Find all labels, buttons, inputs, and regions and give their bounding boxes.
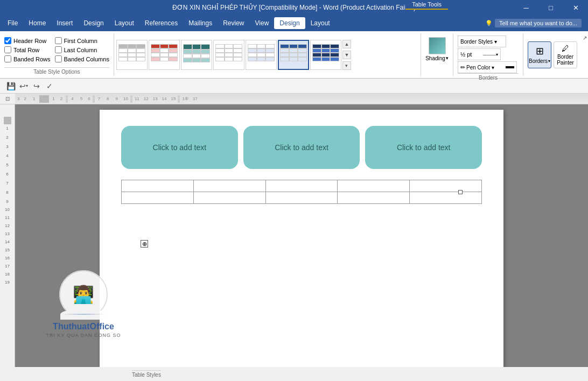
banded-columns-checkbox[interactable] — [55, 55, 62, 62]
table-cell[interactable] — [122, 180, 194, 192]
menu-review[interactable]: Review — [218, 17, 249, 29]
table-tools-label: Table Tools — [405, 0, 448, 10]
page: Click to add text Click to add text Clic… — [100, 110, 503, 367]
redo-btn[interactable]: ↪ — [30, 80, 43, 93]
pen-weight-value: ½ pt — [460, 51, 483, 58]
rounded-box-2[interactable]: Click to add text — [243, 126, 360, 169]
box-2-text: Click to add text — [275, 143, 328, 152]
style-options-columns: Header Row Total Row Banded Rows First C… — [4, 37, 109, 63]
table-style-options-group: Header Row Total Row Banded Rows First C… — [0, 33, 114, 76]
table-cell[interactable] — [338, 192, 410, 204]
pen-icon: ✏ — [460, 64, 465, 71]
table-style-5[interactable] — [246, 40, 277, 70]
first-column-checkbox[interactable] — [55, 37, 62, 44]
border-style-row: Border Styles ▾ — [458, 36, 519, 47]
table-style-6[interactable] — [278, 40, 309, 70]
menu-bar: File Home Insert Design Layout Reference… — [0, 15, 588, 31]
box-3-text: Click to add text — [397, 143, 451, 152]
gallery-more[interactable]: ▾ — [342, 61, 351, 70]
table-cell[interactable] — [410, 192, 482, 204]
table-row — [122, 192, 482, 204]
doc-table[interactable] — [121, 180, 482, 204]
menu-table-design[interactable]: Design — [274, 17, 305, 29]
brand-name-text: ThuthuatOffice — [53, 322, 114, 331]
document-area: Click to add text Click to add text Clic… — [15, 104, 588, 367]
table-cell[interactable] — [193, 180, 265, 192]
table-cell[interactable] — [338, 180, 410, 192]
pen-color-label: Pen Color ▾ — [466, 65, 505, 70]
table-resize-handle[interactable] — [458, 190, 463, 194]
header-row-option[interactable]: Header Row — [4, 37, 51, 44]
menu-view[interactable]: View — [250, 17, 275, 29]
shading-group: Shading ▾ — [421, 33, 453, 76]
first-column-option[interactable]: First Column — [55, 37, 109, 44]
total-row-option[interactable]: Total Row — [4, 46, 51, 53]
header-row-checkbox[interactable] — [4, 37, 11, 44]
border-style-selector[interactable]: Border Styles ▾ — [458, 36, 506, 47]
banded-columns-option[interactable]: Banded Columns — [55, 55, 109, 62]
borders-group: Border Styles ▾ ½ pt ——— ▾ ✏ Pen Color ▾… — [453, 33, 523, 76]
shading-dropdown-icon[interactable]: ▾ — [446, 55, 449, 61]
table-style-7[interactable] — [310, 40, 341, 70]
dialog-launcher-icon: ↗ — [583, 35, 587, 41]
table-style-4[interactable] — [213, 40, 244, 70]
table-cell[interactable] — [265, 192, 338, 204]
borders-painter-row: ⊞ Borders ▾ 🖊 BorderPainter — [528, 36, 577, 74]
menu-mailings[interactable]: Mailings — [183, 17, 218, 29]
table-style-3[interactable] — [181, 40, 212, 70]
table-style-1[interactable] — [116, 40, 148, 70]
menu-table-layout[interactable]: Layout — [305, 17, 335, 29]
maximize-button[interactable]: □ — [538, 0, 563, 15]
menu-home[interactable]: Home — [23, 17, 51, 29]
rounded-box-3[interactable]: Click to add text — [365, 126, 482, 169]
total-row-checkbox[interactable] — [4, 46, 11, 53]
pen-weight-dropdown[interactable]: ▾ — [496, 52, 498, 57]
borders-dialog-launcher[interactable]: ↗ — [582, 33, 588, 42]
border-painter-button[interactable]: 🖊 BorderPainter — [554, 41, 577, 68]
banded-rows-option[interactable]: Banded Rows — [4, 55, 51, 62]
menu-references[interactable]: References — [139, 17, 183, 29]
table-styles-label: Table Styles — [132, 370, 161, 379]
last-column-label: Last Column — [64, 47, 97, 53]
table-cell[interactable] — [193, 192, 265, 204]
checkboxes-area: Header Row Total Row Banded Rows First C… — [4, 33, 109, 66]
borders-painter-group: ⊞ Borders ▾ 🖊 BorderPainter — [523, 33, 582, 76]
shading-button[interactable]: Shading ▾ — [426, 36, 448, 62]
rounded-box-1[interactable]: Click to add text — [121, 126, 238, 169]
menu-layout[interactable]: Layout — [109, 17, 139, 29]
menu-file[interactable]: File — [2, 17, 23, 29]
autosave-btn[interactable]: ✓ — [43, 80, 56, 93]
gallery-items-container — [116, 40, 341, 70]
first-column-label: First Column — [64, 38, 97, 44]
save-quick-btn[interactable]: 💾 — [4, 80, 17, 93]
color-swatch — [506, 66, 514, 68]
undo-btn[interactable]: ↩ ▾ — [17, 80, 30, 93]
table-cell[interactable] — [122, 192, 194, 204]
undo-dropdown[interactable]: ▾ — [26, 83, 28, 88]
last-column-checkbox[interactable] — [55, 46, 62, 53]
banded-rows-checkbox[interactable] — [4, 55, 11, 62]
menu-design[interactable]: Design — [78, 17, 109, 29]
borders-dropdown-icon[interactable]: ▾ — [548, 59, 550, 64]
gallery-scroll-up[interactable]: ▲ — [342, 40, 351, 48]
banded-columns-label: Banded Columns — [64, 56, 109, 62]
gallery-scroll-down[interactable]: ▼ — [342, 51, 351, 59]
table-style-2[interactable] — [149, 40, 180, 70]
box-1-text: Click to add text — [153, 143, 207, 152]
pen-weight-selector[interactable]: ½ pt ——— ▾ — [458, 48, 501, 60]
document-title: ĐƠN XIN NGHỈ PHÉP THỦY [Compatibility Mo… — [0, 4, 588, 11]
pen-color-selector[interactable]: ✏ Pen Color ▾ — [458, 61, 517, 73]
shading-label: Shading — [425, 55, 445, 61]
borders-btn-label: Borders — [529, 58, 548, 64]
close-button[interactable]: ✕ — [563, 0, 588, 15]
last-column-option[interactable]: Last Column — [55, 46, 109, 53]
menu-insert[interactable]: Insert — [51, 17, 78, 29]
minimize-button[interactable]: ─ — [514, 0, 538, 15]
table-cell[interactable] — [265, 180, 338, 192]
table-cell[interactable] — [410, 180, 482, 192]
painter-label: BorderPainter — [557, 54, 574, 66]
table-move-handle[interactable]: ⊕ — [141, 240, 148, 248]
ruler-area: ⊡ 3 2 1 1 2 4 5 6 7 8 9 10 11 12 13 14 1… — [0, 94, 588, 104]
tell-me-box[interactable]: Tell me what you want to do... — [495, 19, 582, 27]
borders-button[interactable]: ⊞ Borders ▾ — [528, 41, 551, 68]
